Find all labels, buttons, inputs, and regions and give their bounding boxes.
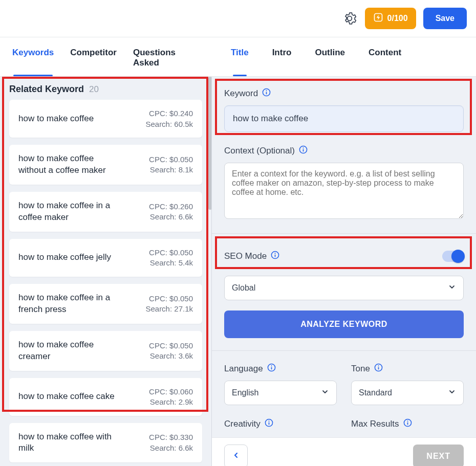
keyword-term: how to make coffee without a coffee make… [18, 153, 123, 176]
keyword-stats: CPC: $0.050Search: 8.1k [149, 154, 193, 175]
keyword-term: how to make coffee [18, 113, 94, 125]
keyword-card[interactable]: how to make coffee without a coffee make… [9, 145, 202, 185]
keyword-card[interactable]: how to make coffee CPC: $0.240Search: 60… [9, 100, 202, 138]
tab-label: Intro [272, 48, 292, 57]
tab-label: Title [231, 48, 249, 57]
tab-outline[interactable]: Outline [308, 37, 352, 76]
info-icon[interactable] [271, 251, 279, 262]
tab-intro[interactable]: Intro [265, 37, 299, 76]
tab-keywords[interactable]: Keywords [4, 37, 62, 76]
tone-label: Tone [351, 363, 464, 374]
keyword-card[interactable]: how to make coffee in a coffee maker CPC… [9, 192, 202, 232]
keyword-stats: CPC: $0.330Search: 6.6k [149, 432, 193, 453]
max-results-label: Max Results [351, 418, 464, 430]
usage-icon [373, 12, 383, 25]
keyword-list: how to make coffee CPC: $0.240Search: 60… [0, 100, 211, 466]
tab-label: Content [369, 48, 401, 57]
keyword-term: how to make coffee in a french press [18, 292, 123, 316]
keyword-card[interactable]: how to make coffee cake CPC: $0.060Searc… [9, 378, 202, 416]
keyword-stats: CPC: $0.050Search: 5.4k [149, 247, 193, 269]
region-select[interactable]: Global [224, 276, 464, 300]
keyword-input[interactable] [224, 105, 464, 132]
info-icon[interactable] [374, 363, 383, 374]
keyword-stats: CPC: $0.050Search: 3.6k [149, 340, 193, 362]
context-label: Context (Optional) [224, 145, 464, 157]
right-tabs: Title Intro Outline Content [211, 37, 476, 76]
analyze-keyword-button[interactable]: ANALYZE KEYWORD [224, 310, 464, 338]
chevron-left-icon [232, 451, 240, 461]
keyword-stats: CPC: $0.050Search: 27.1k [145, 293, 193, 315]
tab-label: Outline [315, 48, 345, 57]
tab-label: Competitor [70, 48, 117, 57]
chevron-down-icon [321, 388, 329, 398]
keyword-card[interactable]: how to make coffee in a french press CPC… [9, 284, 202, 324]
language-label: Language [224, 363, 337, 374]
info-icon[interactable] [403, 418, 412, 430]
related-keyword-count: 20 [89, 84, 99, 95]
right-footer: NEXT [212, 437, 476, 466]
save-label: Save [436, 14, 455, 23]
keyword-stats: CPC: $0.260Search: 6.6k [149, 201, 193, 223]
region-value: Global [232, 283, 255, 293]
language-value: English [232, 388, 258, 397]
tab-label: Questions Asked [133, 48, 176, 68]
keyword-term: how to make coffee with milk [18, 431, 123, 455]
keyword-term: how to make coffee creamer [18, 339, 123, 363]
save-button[interactable]: Save [423, 8, 467, 29]
tab-content[interactable]: Content [361, 37, 408, 76]
creativity-label: Creativity [224, 418, 337, 430]
language-select[interactable]: English [224, 381, 337, 405]
tab-label: Keywords [12, 48, 54, 57]
info-icon[interactable] [265, 418, 273, 430]
keyword-label: Keyword [224, 88, 464, 99]
keyword-stats: CPC: $0.240Search: 60.5k [145, 108, 193, 129]
analyze-label: ANALYZE KEYWORD [300, 320, 387, 329]
left-pane: Related Keyword 20 how to make coffee CP… [0, 77, 211, 466]
next-label: NEXT [426, 452, 450, 461]
related-keyword-title: Related Keyword [9, 84, 84, 95]
tab-competitor[interactable]: Competitor [62, 37, 125, 76]
left-tabs: Keywords Competitor Questions Asked [0, 37, 211, 76]
keyword-term: how to make coffee jelly [18, 252, 111, 263]
tone-select[interactable]: Standard [351, 381, 464, 405]
info-icon[interactable] [262, 88, 271, 99]
tab-title[interactable]: Title [224, 37, 256, 76]
keyword-card[interactable]: how to make coffee creamer CPC: $0.050Se… [9, 331, 202, 371]
next-button[interactable]: NEXT [413, 445, 464, 467]
tone-value: Standard [359, 388, 392, 397]
back-button[interactable] [224, 445, 248, 467]
context-textarea[interactable] [224, 163, 464, 219]
usage-text: 0/100 [387, 14, 408, 23]
right-pane: Keyword Context (Optional) SEO Mode [211, 77, 476, 466]
seo-mode-toggle[interactable] [442, 251, 464, 262]
chevron-down-icon [448, 283, 456, 293]
keyword-term: how to make coffee cake [18, 391, 115, 403]
keyword-term: how to make coffee in a coffee maker [18, 200, 123, 224]
usage-pill[interactable]: 0/100 [365, 8, 416, 29]
info-icon[interactable] [299, 145, 308, 157]
tab-questions-asked[interactable]: Questions Asked [125, 37, 207, 76]
gear-icon[interactable] [341, 10, 358, 27]
keyword-card[interactable]: how to make coffee with milk CPC: $0.330… [9, 423, 202, 463]
info-icon[interactable] [267, 363, 276, 374]
keyword-stats: CPC: $0.060Search: 2.9k [149, 386, 193, 408]
seo-mode-label: SEO Mode [224, 251, 279, 262]
keyword-card[interactable]: how to make coffee jelly CPC: $0.050Sear… [9, 239, 202, 277]
chevron-down-icon [448, 388, 456, 398]
